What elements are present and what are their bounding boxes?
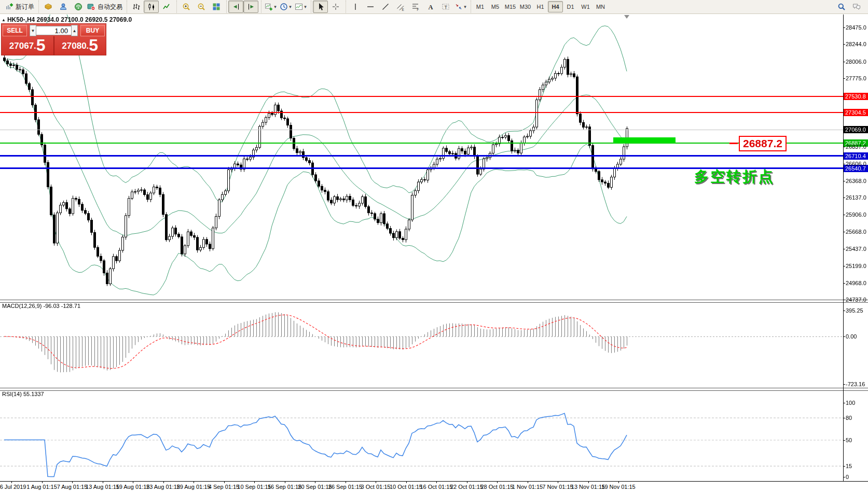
crosshair-icon[interactable] [328,1,343,13]
button-label: 自动交易 [98,3,122,11]
cursor-icon[interactable] [313,1,328,13]
zoom-in-icon[interactable] [178,1,194,13]
market-watch-icon[interactable] [56,1,71,13]
volume-up-button[interactable]: ▲ [71,25,78,36]
timeframe-D1[interactable]: D1 [563,1,578,12]
vertical-line-icon[interactable] [348,1,363,13]
auto-scroll-icon[interactable] [243,1,258,13]
timeframe-W1[interactable]: W1 [578,1,593,12]
text-icon[interactable]: A [423,1,438,13]
price-tick-label: 27775.0 [846,75,866,81]
price-chart-canvas[interactable] [0,15,843,481]
price-callout[interactable]: 26887.2 [739,136,787,151]
horizontal-level-line[interactable] [0,96,843,97]
indicators-icon[interactable]: ▾ [293,1,308,13]
horizontal-level-line[interactable] [0,112,843,113]
time-tick [285,481,285,483]
horizontal-level-line[interactable] [0,143,843,144]
new-order-icon[interactable]: 新订单 [4,1,36,13]
timeframe-M1[interactable]: M1 [473,1,488,12]
new-chart-icon[interactable]: ▾ [263,1,278,13]
chart-shift-icon[interactable] [228,1,243,13]
price-tick-label: 26137.0 [846,194,866,201]
dropdown-caret-icon[interactable]: ▾ [464,4,466,9]
macd-label: MACD(12,26,9) -96.03 -128.71 [2,303,80,309]
price-tick [843,283,845,284]
horizontal-level-line[interactable] [0,155,843,157]
price-tick-label: 24968.0 [846,280,866,286]
price-tick [843,249,845,249]
volume-input[interactable] [36,26,71,35]
rsi-tick-label: 50 [846,437,852,443]
time-tick-label: 3 Oct 01:15 [361,484,391,490]
timeframe-M15[interactable]: M15 [503,1,518,12]
price-tick [843,300,845,300]
svg-text:T: T [444,5,447,10]
chat-icon[interactable] [849,1,864,13]
zoom-out-icon[interactable] [194,1,209,13]
chinese-annotation[interactable]: 多空转折点 [694,167,775,187]
time-tick [436,481,437,483]
price-line-flag: 27530.8 [844,93,868,100]
time-tick [497,481,498,483]
chart-shift-marker[interactable] [624,15,629,19]
time-tick-label: 13 Aug 01:15 [86,484,119,490]
toolbar-group [311,1,345,13]
price-axis-line [843,15,844,481]
timeframe-M5[interactable]: M5 [488,1,503,12]
chart-ohlc-title: ▲HK50-,H4 26934.0 27100.0 26920.5 27069.… [2,16,132,23]
fibonacci-icon[interactable]: F [408,1,423,13]
price-tick-label: 26368.0 [846,178,866,184]
mt4-terminal: 新订单自动交易▾▾▾EFAT▾M1M5M15M30H1H4D1W1MN ▲HK5… [0,0,868,493]
macd-panel-splitter[interactable] [0,300,868,303]
highlight-zone [613,137,676,143]
text-label-icon[interactable]: T [438,1,453,13]
dropdown-caret-icon[interactable]: ▾ [289,4,292,9]
dropdown-caret-icon[interactable]: ▾ [274,4,277,9]
time-tick [194,481,194,483]
timeframe-M30[interactable]: M30 [518,1,533,12]
search-icon[interactable] [834,1,849,13]
line-chart-icon[interactable] [159,1,174,13]
price-tick [843,181,845,181]
rsi-panel-splitter[interactable] [0,388,868,391]
rsi-tick [843,403,845,403]
arrows-icon[interactable]: ▾ [453,1,468,13]
trendline-icon[interactable] [378,1,393,13]
timeframe-H1[interactable]: H1 [533,1,548,12]
bar-chart-icon[interactable] [129,1,144,13]
channel-icon[interactable]: E [393,1,408,13]
price-tick-label: 28475.0 [846,24,866,31]
bid-price[interactable]: 27067.5 [2,36,53,55]
candlestick-chart-icon[interactable] [144,1,159,13]
time-tick [224,481,225,483]
dropdown-caret-icon[interactable]: ▾ [304,4,307,9]
signals-icon[interactable] [71,1,86,13]
tile-windows-icon[interactable] [209,1,224,13]
price-tick [843,215,845,215]
svg-text:E: E [402,8,404,11]
timeframe-MN[interactable]: MN [593,1,608,12]
rsi-tick-label: 100 [846,400,855,406]
volume-down-button[interactable]: ▼ [30,25,36,36]
timeframe-H4[interactable]: H4 [548,1,563,12]
buy-button[interactable]: BUY [80,25,105,36]
collapse-triangle-icon[interactable]: ▲ [2,18,6,22]
price-tick [843,62,845,62]
time-tick [346,481,346,483]
ask-price[interactable]: 27080.5 [54,36,106,55]
price-tick [843,232,845,232]
autotrading-icon[interactable]: 自动交易 [86,1,124,13]
toolbar-group: 新订单 [2,1,37,13]
horizontal-line-icon[interactable] [363,1,378,13]
macd-tick-label: -723.16 [846,381,865,387]
time-tick-label: 7 Nov 01:15 [542,484,573,490]
time-tick [103,481,103,483]
sell-button[interactable]: SELL [3,25,27,36]
toolbar-group: EFAT▾ [346,1,470,13]
price-tick-label: 25437.0 [846,246,866,252]
horizontal-level-line[interactable] [0,130,843,130]
period-icon[interactable]: ▾ [278,1,293,13]
profiles-icon[interactable] [40,1,56,13]
time-tick-label: 26 Jul 2019 [0,484,26,490]
